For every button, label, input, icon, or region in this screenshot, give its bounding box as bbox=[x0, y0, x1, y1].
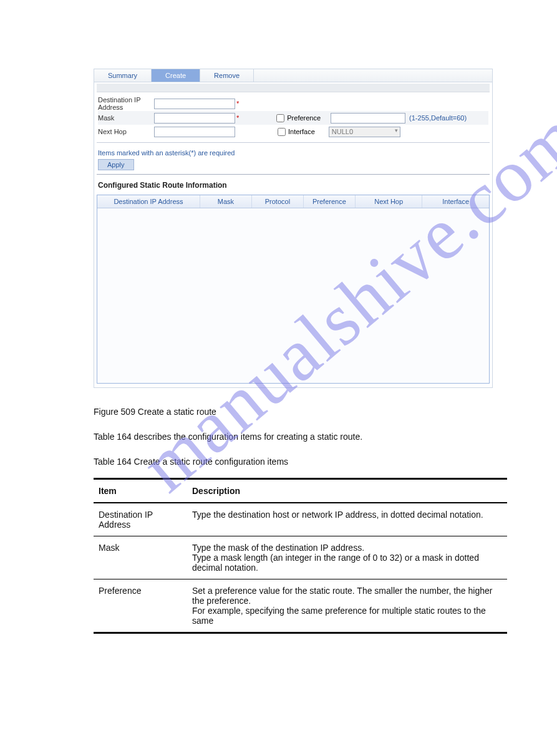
col-nexthop: Next Hop bbox=[356, 195, 423, 208]
checkbox-preference[interactable] bbox=[276, 114, 284, 122]
required-note: Items marked with an asterisk(*) are req… bbox=[98, 149, 492, 157]
input-dest-ip[interactable] bbox=[154, 99, 235, 109]
table-title: Table 164 Create a static route configur… bbox=[94, 457, 507, 467]
figure-caption: Figure 509 Create a static route bbox=[94, 407, 507, 417]
col-pref: Preference bbox=[304, 195, 356, 208]
input-mask[interactable] bbox=[154, 113, 235, 124]
cell-desc: Type the destination host or network IP … bbox=[187, 503, 507, 536]
table-row: Mask Type the mask of the destination IP… bbox=[94, 536, 507, 579]
document-text: Figure 509 Create a static route Table 1… bbox=[94, 407, 507, 634]
select-interface bbox=[329, 127, 400, 137]
cell-item: Mask bbox=[94, 536, 187, 579]
apply-button[interactable]: Apply bbox=[98, 159, 134, 170]
cell-item: Destination IP Address bbox=[94, 503, 187, 536]
label-preference: Preference bbox=[287, 114, 321, 122]
checkbox-interface-wrap: Interface bbox=[278, 128, 315, 136]
checkbox-preference-wrap: Preference bbox=[276, 114, 321, 122]
col-dest: Destination IP Address bbox=[97, 195, 200, 208]
input-preference[interactable] bbox=[331, 113, 405, 124]
table-body-empty bbox=[97, 208, 489, 383]
col-mask: Mask bbox=[200, 195, 252, 208]
label-mask: Mask bbox=[98, 114, 154, 122]
section-title: Configured Static Route Information bbox=[98, 181, 488, 190]
tab-bar: Summary Create Remove bbox=[94, 69, 492, 82]
create-form: Destination IP Address * Mask * Preferen… bbox=[94, 95, 492, 141]
table-row: Preference Set a preference value for th… bbox=[94, 579, 507, 633]
cell-desc: Set a preference value for the static ro… bbox=[187, 579, 507, 633]
col-proto: Protocol bbox=[252, 195, 304, 208]
input-nexthop[interactable] bbox=[154, 127, 235, 137]
col-iface: Interface bbox=[422, 195, 489, 208]
cell-desc: Type the mask of the destination IP addr… bbox=[187, 536, 507, 579]
screenshot-panel: Summary Create Remove Destination IP Add… bbox=[94, 69, 493, 388]
checkbox-interface[interactable] bbox=[278, 128, 286, 136]
hint-preference: (1-255,Default=60) bbox=[409, 114, 467, 122]
description-table: Item Description Destination IP Address … bbox=[94, 478, 507, 634]
table-ref: Table 164 describes the configuration it… bbox=[94, 432, 507, 442]
cell-item: Preference bbox=[94, 579, 187, 633]
table-row: Destination IP Address Type the destinat… bbox=[94, 503, 507, 536]
label-nexthop: Next Hop bbox=[98, 128, 154, 135]
tab-summary[interactable]: Summary bbox=[94, 69, 152, 82]
required-marker: * bbox=[236, 100, 239, 107]
th-desc: Description bbox=[187, 479, 507, 503]
th-item: Item bbox=[94, 479, 187, 503]
table-header: Destination IP Address Mask Protocol Pre… bbox=[97, 195, 489, 208]
routes-table: Destination IP Address Mask Protocol Pre… bbox=[97, 195, 490, 384]
required-marker: * bbox=[236, 114, 239, 122]
label-interface: Interface bbox=[288, 128, 315, 135]
label-dest-ip: Destination IP Address bbox=[98, 96, 154, 111]
toolbar-strip bbox=[97, 84, 490, 92]
tab-create[interactable]: Create bbox=[152, 69, 200, 82]
tab-remove[interactable]: Remove bbox=[200, 69, 254, 82]
